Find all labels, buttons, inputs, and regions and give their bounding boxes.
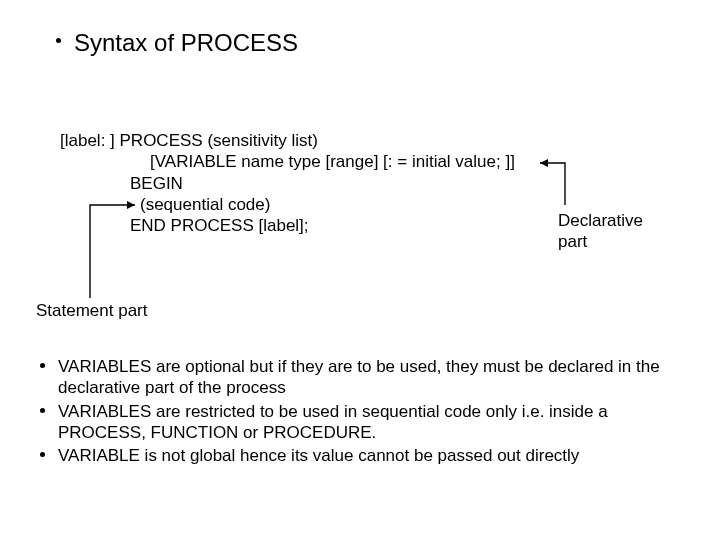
syntax-line-1: [label: ] PROCESS (sensitivity list) <box>60 130 515 151</box>
bullet-icon <box>40 452 45 457</box>
bullet-icon <box>40 363 45 368</box>
heading-row: Syntax of PROCESS <box>74 28 298 58</box>
bullet-text: VARIABLES are optional but if they are t… <box>58 357 660 397</box>
declarative-label-line2: part <box>558 231 643 252</box>
syntax-line-4: (sequential code) <box>60 194 515 215</box>
bullet-icon <box>40 408 45 413</box>
syntax-line-2: [VARIABLE name type [range] [: = initial… <box>60 151 515 172</box>
slide: Syntax of PROCESS [label: ] PROCESS (sen… <box>0 0 720 540</box>
bullet-text: VARIABLES are restricted to be used in s… <box>58 402 608 442</box>
list-item: VARIABLES are optional but if they are t… <box>58 356 680 399</box>
bullet-icon <box>56 38 61 43</box>
list-item: VARIABLES are restricted to be used in s… <box>58 401 680 444</box>
heading-text: Syntax of PROCESS <box>74 29 298 56</box>
declarative-label-line1: Declarative <box>558 210 643 231</box>
bullet-list: VARIABLES are optional but if they are t… <box>58 356 680 468</box>
list-item: VARIABLE is not global hence its value c… <box>58 445 680 466</box>
statement-part-label: Statement part <box>36 300 148 321</box>
syntax-line-5: END PROCESS [label]; <box>60 215 515 236</box>
bullet-text: VARIABLE is not global hence its value c… <box>58 446 579 465</box>
syntax-block: [label: ] PROCESS (sensitivity list) [VA… <box>60 130 515 236</box>
syntax-line-3: BEGIN <box>60 173 515 194</box>
declarative-label: Declarative part <box>558 210 643 253</box>
arrow-declarative <box>540 163 565 205</box>
